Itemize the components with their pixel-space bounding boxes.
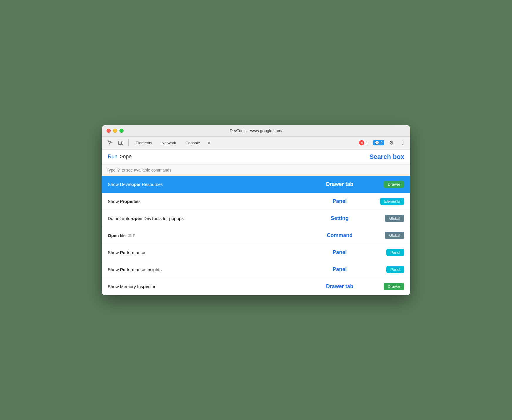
result-badge-container: Drawer — [375, 181, 404, 188]
result-type: Panel — [304, 249, 375, 256]
toolbar-right: ✕ 1 💬 9 ⚙ ⋮ — [356, 138, 407, 147]
device-toggle-button[interactable] — [116, 138, 125, 147]
more-options-button[interactable]: ⋮ — [398, 138, 407, 147]
result-row[interactable]: Show Performance InsightsPanelPanel — [102, 261, 410, 278]
result-name: Open file⌘ P — [108, 233, 304, 238]
result-badge-container: Drawer — [375, 283, 404, 290]
error-icon: ✕ — [359, 140, 364, 145]
result-row[interactable]: Show PropertiesPanelElements — [102, 193, 410, 210]
search-header: Run >ope Search box — [102, 149, 410, 164]
result-badge: Drawer — [384, 181, 404, 188]
result-type: Panel — [304, 266, 375, 273]
tab-console[interactable]: Console — [181, 139, 204, 147]
result-name: Show Performance — [108, 250, 304, 255]
result-badge-container: Panel — [375, 266, 404, 273]
result-row[interactable]: Show Memory InspectorDrawer tabDrawer — [102, 278, 410, 295]
result-badge-container: Global — [375, 232, 404, 239]
command-input[interactable] — [107, 168, 405, 172]
tab-network[interactable]: Network — [157, 139, 180, 147]
result-row[interactable]: Open file⌘ PCommandGlobal — [102, 227, 410, 244]
result-type: Panel — [304, 198, 375, 204]
result-name: Do not auto-open DevTools for popups — [108, 216, 304, 221]
result-badge-container: Panel — [375, 249, 404, 256]
message-icon: 💬 — [375, 141, 379, 145]
search-box-label: Search box — [369, 153, 404, 161]
shortcut-label: ⌘ P — [128, 233, 135, 238]
result-name: Show Developer Resources — [108, 182, 304, 187]
window-title: DevTools - www.google.com/ — [230, 128, 282, 133]
result-badge: Panel — [386, 249, 404, 256]
result-badge: Panel — [386, 266, 404, 273]
message-count: 9 — [380, 141, 383, 145]
svg-rect-0 — [119, 141, 121, 145]
result-badge: Elements — [380, 198, 404, 205]
error-count: 1 — [366, 141, 368, 145]
svg-rect-1 — [122, 142, 123, 145]
traffic-lights — [107, 129, 124, 133]
result-badge: Global — [385, 215, 404, 222]
close-button[interactable] — [107, 129, 111, 133]
result-badge-container: Global — [375, 215, 404, 222]
search-query: >ope — [120, 154, 132, 160]
tab-elements[interactable]: Elements — [132, 139, 156, 147]
toolbar-divider — [128, 139, 129, 146]
result-name: Show Performance Insights — [108, 267, 304, 272]
result-name: Show Memory Inspector — [108, 284, 304, 289]
result-name: Show Properties — [108, 199, 304, 204]
result-badge-container: Elements — [375, 198, 404, 205]
result-row[interactable]: Do not auto-open DevTools for popupsSett… — [102, 210, 410, 227]
result-type: Command — [304, 232, 375, 238]
input-bar — [102, 164, 410, 176]
result-row[interactable]: Show PerformancePanelPanel — [102, 244, 410, 261]
result-type: Drawer tab — [304, 181, 375, 187]
results-list: Show Developer ResourcesDrawer tabDrawer… — [102, 176, 410, 295]
devtools-window: DevTools - www.google.com/ Elements Netw… — [102, 125, 410, 295]
result-type: Setting — [304, 215, 375, 221]
result-badge: Drawer — [384, 283, 404, 290]
minimize-button[interactable] — [113, 129, 117, 133]
toolbar: Elements Network Console » ✕ 1 💬 9 ⚙ ⋮ — [102, 137, 410, 149]
result-badge: Global — [385, 232, 404, 239]
run-section: Run >ope — [108, 154, 132, 160]
run-link[interactable]: Run — [108, 154, 117, 160]
settings-button[interactable]: ⚙ — [387, 138, 396, 147]
error-badge[interactable]: ✕ 1 — [356, 139, 371, 147]
result-row[interactable]: Show Developer ResourcesDrawer tabDrawer — [102, 176, 410, 193]
title-bar: DevTools - www.google.com/ — [102, 125, 410, 137]
result-type: Drawer tab — [304, 283, 375, 290]
maximize-button[interactable] — [119, 129, 124, 133]
message-badge[interactable]: 💬 9 — [373, 140, 384, 145]
more-tabs-button[interactable]: » — [205, 139, 213, 147]
inspect-element-button[interactable] — [105, 138, 115, 147]
